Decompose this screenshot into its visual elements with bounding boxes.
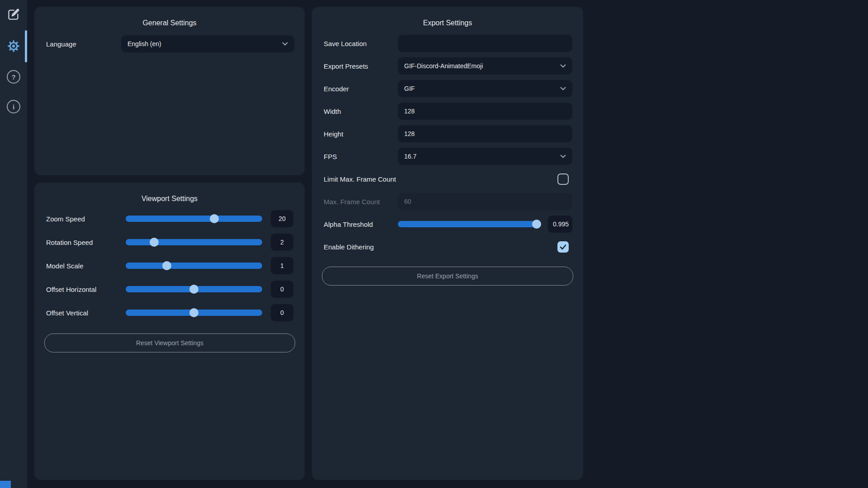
zoom-speed-slider[interactable] — [126, 216, 262, 222]
language-dropdown[interactable]: English (en) — [121, 35, 294, 52]
viewport-settings-title: Viewport Settings — [34, 183, 305, 202]
offset-vertical-label: Offset Vertical — [46, 309, 126, 317]
limit-max-frame-count-checkbox[interactable] — [557, 174, 569, 185]
slider-thumb[interactable] — [210, 214, 219, 223]
save-location-label: Save Location — [324, 40, 398, 47]
slider-thumb[interactable] — [162, 261, 171, 270]
slider-thumb[interactable] — [150, 238, 159, 247]
offset-horizontal-label: Offset Horizontal — [46, 286, 126, 293]
about-nav-button[interactable]: i — [6, 99, 21, 114]
chevron-down-icon — [560, 155, 566, 158]
chevron-down-icon — [560, 64, 566, 68]
fps-label: FPS — [324, 153, 398, 160]
viewport-settings-panel: Viewport Settings Zoom Speed 20 Rotation… — [34, 183, 305, 480]
export-settings-panel: Export Settings Save Location Export Pre… — [312, 7, 583, 480]
sidebar: ? i — [0, 0, 27, 488]
slider-thumb[interactable] — [189, 285, 198, 294]
info-icon: i — [7, 100, 20, 113]
rotation-speed-row: Rotation Speed 2 — [46, 234, 293, 251]
zoom-speed-value: 20 — [271, 210, 293, 227]
max-frame-count-label: Max. Frame Count — [324, 198, 398, 206]
fps-value: 16.7 — [404, 153, 416, 160]
settings-nav-button[interactable] — [6, 39, 21, 53]
rotation-speed-slider[interactable] — [126, 239, 262, 245]
alpha-threshold-value: 0.995 — [548, 216, 572, 233]
reset-viewport-settings-button[interactable]: Reset Viewport Settings — [44, 333, 295, 352]
max-frame-count-input[interactable] — [398, 193, 572, 210]
question-icon: ? — [7, 70, 20, 84]
offset-vertical-value: 0 — [271, 304, 293, 321]
pencil-square-icon — [7, 8, 20, 21]
max-frame-count-row: Max. Frame Count — [324, 193, 572, 210]
enable-dithering-label: Enable Dithering — [324, 243, 374, 251]
encoder-label: Encoder — [324, 85, 398, 93]
offset-horizontal-row: Offset Horizontal 0 — [46, 281, 293, 298]
slider-thumb[interactable] — [189, 308, 198, 317]
zoom-speed-label: Zoom Speed — [46, 215, 126, 223]
zoom-speed-row: Zoom Speed 20 — [46, 210, 293, 227]
alpha-threshold-label: Alpha Threshold — [324, 221, 398, 228]
corner-accent — [0, 481, 11, 488]
model-scale-label: Model Scale — [46, 262, 126, 270]
reset-export-settings-button[interactable]: Reset Export Settings — [322, 267, 573, 286]
help-nav-button[interactable]: ? — [6, 70, 21, 84]
rotation-speed-label: Rotation Speed — [46, 239, 126, 246]
limit-max-frame-count-row: Limit Max. Frame Count — [324, 170, 572, 188]
model-scale-value: 1 — [271, 257, 293, 274]
height-row: Height — [324, 125, 572, 142]
general-settings-panel: General Settings Language English (en) — [34, 7, 305, 175]
offset-vertical-slider[interactable] — [126, 310, 262, 316]
encoder-row: Encoder GIF — [324, 80, 572, 97]
width-label: Width — [324, 108, 398, 115]
save-location-input[interactable] — [398, 35, 572, 52]
language-label: Language — [46, 40, 121, 48]
active-tab-indicator — [25, 30, 27, 62]
language-value: English (en) — [127, 40, 161, 47]
fps-dropdown[interactable]: 16.7 — [398, 148, 572, 165]
alpha-threshold-slider[interactable] — [398, 221, 541, 227]
question-glyph: ? — [11, 74, 15, 80]
export-settings-title: Export Settings — [312, 7, 583, 27]
export-presets-label: Export Presets — [324, 62, 398, 70]
model-scale-slider[interactable] — [126, 263, 262, 269]
width-input[interactable] — [398, 103, 572, 120]
fps-row: FPS 16.7 — [324, 148, 572, 165]
enable-dithering-row: Enable Dithering — [324, 238, 572, 255]
height-label: Height — [324, 130, 398, 138]
offset-horizontal-value: 0 — [271, 281, 293, 298]
general-settings-title: General Settings — [34, 7, 305, 27]
offset-horizontal-slider[interactable] — [126, 286, 262, 292]
checkmark-icon — [560, 244, 566, 250]
limit-max-frame-count-label: Limit Max. Frame Count — [324, 175, 396, 183]
slider-thumb[interactable] — [532, 220, 541, 229]
width-row: Width — [324, 103, 572, 120]
encoder-value: GIF — [404, 85, 415, 92]
export-presets-value: GIF-Discord-AnimatedEmoji — [404, 62, 483, 70]
chevron-down-icon — [560, 87, 566, 90]
offset-vertical-row: Offset Vertical 0 — [46, 304, 293, 321]
enable-dithering-checkbox[interactable] — [557, 241, 569, 253]
encoder-dropdown[interactable]: GIF — [398, 80, 572, 97]
language-row: Language English (en) — [46, 35, 294, 52]
save-location-row: Save Location — [324, 35, 572, 52]
edit-nav-button[interactable] — [6, 7, 21, 22]
rotation-speed-value: 2 — [271, 234, 293, 251]
settings-screen: ? i General Settings Language English (e… — [0, 0, 868, 488]
export-presets-row: Export Presets GIF-Discord-AnimatedEmoji — [324, 57, 572, 75]
alpha-threshold-row: Alpha Threshold 0.995 — [324, 216, 572, 233]
gear-icon — [7, 39, 20, 53]
export-presets-dropdown[interactable]: GIF-Discord-AnimatedEmoji — [398, 57, 572, 75]
height-input[interactable] — [398, 125, 572, 142]
model-scale-row: Model Scale 1 — [46, 257, 293, 274]
info-glyph: i — [13, 103, 14, 110]
chevron-down-icon — [282, 42, 288, 46]
